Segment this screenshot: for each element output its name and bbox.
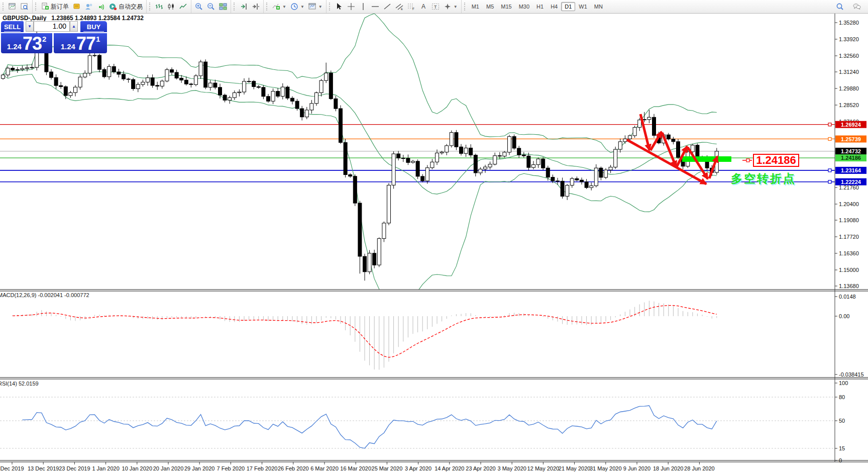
svg-text:23 Dec 2019: 23 Dec 2019 <box>59 465 90 471</box>
svg-text:1.33920: 1.33920 <box>839 36 859 42</box>
svg-text:0.0148: 0.0148 <box>839 294 856 300</box>
rsi-label: RSI(14) 52.0159 <box>0 381 39 387</box>
zoom-in-icon[interactable] <box>193 2 205 12</box>
volume-decrease-button[interactable]: ▼ <box>26 21 34 32</box>
toolbar: 新订单自动交易▼▼▼EFAT▼M1M5M15M30H1H4D1W1MN <box>0 0 868 14</box>
community-icon[interactable] <box>83 2 95 12</box>
svg-text:1.13680: 1.13680 <box>839 283 859 289</box>
svg-text:1.16360: 1.16360 <box>839 250 859 256</box>
timeframe-h4[interactable]: H4 <box>547 2 561 11</box>
dropdown-arrow-icon[interactable]: ▼ <box>454 5 458 9</box>
market-watch-icon[interactable] <box>71 2 83 12</box>
svg-text:17 Feb 2020: 17 Feb 2020 <box>247 465 278 471</box>
svg-text:15: 15 <box>839 445 845 451</box>
volume-input[interactable]: 1.00 <box>34 21 70 32</box>
svg-text:1.25739: 1.25739 <box>841 136 861 142</box>
dropdown-arrow-icon[interactable]: ▼ <box>282 5 286 9</box>
periods-icon[interactable]: ▼ <box>288 2 306 12</box>
new-chart-icon[interactable] <box>7 2 19 12</box>
svg-text:29 Jan 2020: 29 Jan 2020 <box>184 465 215 471</box>
zoom-out-icon[interactable] <box>205 2 217 12</box>
search-icon[interactable] <box>834 2 846 12</box>
auto-scroll-icon[interactable] <box>238 2 250 12</box>
templates-icon[interactable]: ▼ <box>306 2 324 12</box>
signals-icon[interactable] <box>95 2 107 12</box>
toolbar-grip <box>234 3 237 11</box>
svg-text:A: A <box>421 3 425 10</box>
timeframe-w1[interactable]: W1 <box>575 2 591 11</box>
buy-price-display[interactable]: 1.24771 <box>54 33 107 53</box>
candlestick-chart-icon[interactable] <box>165 2 177 12</box>
green-highlight-bar <box>682 156 731 162</box>
chart-symbol-period: GBPUSD-,Daily <box>3 15 46 22</box>
timeframe-d1[interactable]: D1 <box>561 2 575 11</box>
fibonacci-icon[interactable]: F <box>405 2 417 12</box>
svg-text:6 Mar 2020: 6 Mar 2020 <box>310 465 339 471</box>
svg-text:1.19080: 1.19080 <box>839 217 859 223</box>
vertical-line-icon[interactable] <box>357 2 369 12</box>
equidistant-channel-icon[interactable]: E <box>393 2 405 12</box>
chart-profile-icon[interactable] <box>19 2 31 12</box>
svg-text:1.24732: 1.24732 <box>841 148 861 154</box>
svg-text:T: T <box>434 5 437 10</box>
auto-trading-button[interactable]: 自动交易 <box>107 2 145 12</box>
chat-icon[interactable] <box>851 2 863 12</box>
svg-text:26 Feb 2020: 26 Feb 2020 <box>278 465 309 471</box>
timeframe-h1[interactable]: H1 <box>533 2 547 11</box>
sell-price-display[interactable]: 1.24732 <box>1 33 52 53</box>
one-click-trading-panel: SELL ▼ 1.00 ▲ BUY 1.24732 1.24771 <box>1 21 107 53</box>
indicators-icon[interactable]: ▼ <box>270 2 288 12</box>
dropdown-arrow-icon[interactable]: ▼ <box>300 5 304 9</box>
text-icon[interactable]: A <box>417 2 429 12</box>
line-chart-icon[interactable] <box>177 2 189 12</box>
svg-text:3 May 2020: 3 May 2020 <box>497 465 526 471</box>
horizontal-line-icon[interactable] <box>369 2 381 12</box>
svg-text:1.23164: 1.23164 <box>841 167 861 173</box>
toolbar-grip <box>464 3 467 11</box>
chart-shift-icon[interactable] <box>250 2 262 12</box>
svg-text:13 Dec 2019: 13 Dec 2019 <box>28 465 59 471</box>
tile-windows-icon[interactable] <box>217 2 229 12</box>
crosshair-icon[interactable] <box>345 2 357 12</box>
svg-text:1.20400: 1.20400 <box>839 201 859 207</box>
svg-text:1.32560: 1.32560 <box>839 53 859 59</box>
timeframe-m30[interactable]: M30 <box>515 2 533 11</box>
svg-text:23 Apr 2020: 23 Apr 2020 <box>466 465 495 471</box>
sell-button[interactable]: SELL <box>1 21 24 32</box>
toolbar-grip <box>35 3 38 11</box>
timeframe-m1[interactable]: M1 <box>468 2 483 11</box>
svg-text:3 Apr 2020: 3 Apr 2020 <box>405 465 431 471</box>
price-annotation-box[interactable]: 1.24186 <box>753 154 799 167</box>
macd-label: MACD(12,26,9) -0.002041 -0.000772 <box>0 292 89 298</box>
svg-text:7 Feb 2020: 7 Feb 2020 <box>217 465 245 471</box>
buy-button[interactable]: BUY <box>80 21 107 32</box>
svg-text:20 Jan 2020: 20 Jan 2020 <box>153 465 184 471</box>
trendline-icon[interactable] <box>381 2 393 12</box>
svg-text:14 Apr 2020: 14 Apr 2020 <box>435 465 464 471</box>
dropdown-arrow-icon[interactable]: ▼ <box>318 5 322 9</box>
timeframe-mn[interactable]: MN <box>591 2 606 11</box>
toolbar-grip <box>3 3 6 11</box>
timeframe-m15[interactable]: M15 <box>497 2 515 11</box>
volume-increase-button[interactable]: ▲ <box>70 21 78 32</box>
svg-text:31 May 2020: 31 May 2020 <box>590 465 622 471</box>
svg-text:1 Jan 2020: 1 Jan 2020 <box>92 465 119 471</box>
svg-text:18 Jun 2020: 18 Jun 2020 <box>653 465 684 471</box>
svg-text:1.17720: 1.17720 <box>839 234 859 240</box>
timeframe-m5[interactable]: M5 <box>483 2 497 11</box>
svg-text:-0.038415: -0.038415 <box>839 371 864 377</box>
toolbar-grip <box>329 3 332 11</box>
bar-chart-icon[interactable] <box>153 2 165 12</box>
arrows-icon[interactable]: ▼ <box>442 2 460 12</box>
svg-text:F: F <box>412 7 414 11</box>
text-label-icon[interactable]: T <box>429 2 442 12</box>
new-order-button[interactable]: 新订单 <box>39 2 71 12</box>
svg-text:28 Jun 2020: 28 Jun 2020 <box>684 465 715 471</box>
cursor-icon[interactable] <box>333 2 345 12</box>
svg-text:1.28520: 1.28520 <box>839 102 859 108</box>
turning-point-note[interactable]: 多空转折点 <box>731 171 796 186</box>
svg-text:1.21760: 1.21760 <box>839 184 859 191</box>
toolbar-grip <box>149 3 152 11</box>
price-chart[interactable]: 1.352801.339201.325601.312401.298801.285… <box>0 0 868 473</box>
svg-text:10 Jan 2020: 10 Jan 2020 <box>122 465 153 471</box>
